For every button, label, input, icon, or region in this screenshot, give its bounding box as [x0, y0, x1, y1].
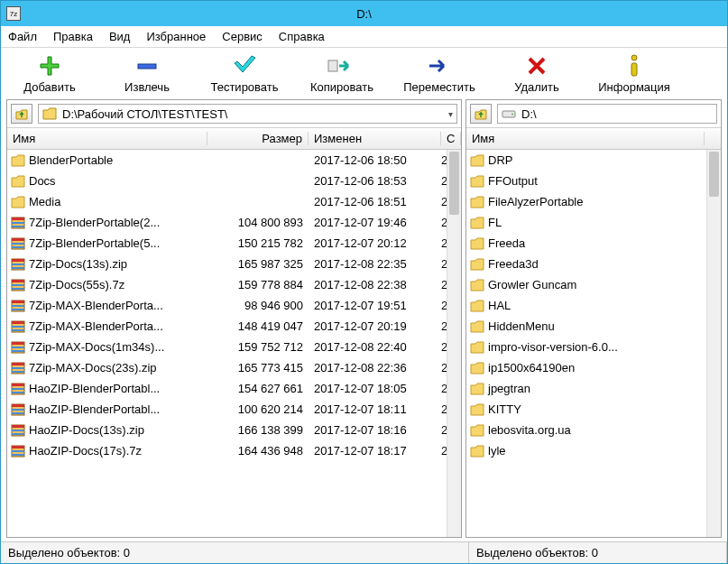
menu-tools[interactable]: Сервис: [222, 30, 263, 43]
table-row[interactable]: FileAlyzerPortable: [466, 191, 706, 212]
table-row[interactable]: 7Zip-MAX-BlenderPorta...148 419 0472017-…: [7, 316, 447, 337]
table-row[interactable]: lyle: [466, 440, 706, 461]
svg-rect-43: [12, 412, 24, 414]
file-modified: 2017-12-07 18:17: [309, 444, 441, 458]
menu-file[interactable]: Файл: [8, 30, 37, 43]
folder-icon: [470, 319, 484, 334]
toolbar: Добавить Извлечь Тестировать Копировать …: [1, 48, 727, 99]
table-row[interactable]: 7Zip-BlenderPortable(5...150 215 7822017…: [7, 233, 447, 254]
file-name: 7Zip-BlenderPortable(2...: [29, 216, 160, 229]
table-row[interactable]: HaoZIP-BlenderPortabl...154 627 6612017-…: [7, 378, 447, 399]
table-row[interactable]: KITTY: [466, 399, 706, 420]
copy-button[interactable]: Копировать: [293, 53, 391, 94]
svg-rect-13: [12, 259, 24, 262]
left-column-headers: Имя Размер Изменен С: [7, 128, 461, 150]
table-row[interactable]: Growler Guncam: [466, 274, 706, 295]
file-name: FFOutput: [488, 174, 538, 188]
menu-favorites[interactable]: Избранное: [146, 30, 206, 43]
file-modified: 2017-12-07 18:11: [309, 402, 441, 416]
svg-rect-6: [12, 222, 24, 224]
folder-icon: [470, 382, 484, 396]
menu-edit[interactable]: Правка: [53, 30, 93, 43]
svg-rect-27: [12, 329, 24, 331]
table-row[interactable]: FFOutput: [466, 171, 706, 191]
file-name: HAL: [488, 299, 511, 312]
col-size[interactable]: Размер: [207, 132, 309, 145]
file-name: jpegtran: [488, 382, 530, 395]
table-row[interactable]: 7Zip-MAX-Docs(1m34s)...159 752 7122017-1…: [7, 337, 447, 357]
table-row[interactable]: Media2017-12-06 18:512: [7, 191, 447, 212]
table-row[interactable]: HiddenMenu: [466, 316, 706, 337]
table-row[interactable]: HaoZIP-Docs(17s).7z164 436 9482017-12-07…: [7, 440, 447, 461]
menu-view[interactable]: Вид: [109, 30, 131, 43]
col-name[interactable]: Имя: [466, 132, 705, 145]
table-row[interactable]: ip1500x64190en: [466, 357, 706, 378]
svg-rect-46: [12, 430, 24, 431]
left-file-list: BlenderPortable2017-12-06 18:502Docs2017…: [7, 150, 461, 537]
left-up-button[interactable]: [11, 104, 32, 124]
archive-icon: [11, 236, 25, 251]
file-name: BlenderPortable: [29, 153, 113, 167]
table-row[interactable]: Freeda: [466, 233, 706, 254]
left-path-field[interactable]: D:\Рабочий СТОЛ\TEST\TEST\ ▾: [38, 104, 457, 124]
table-row[interactable]: Docs2017-12-06 18:532: [7, 171, 447, 191]
folder-icon: [470, 153, 484, 168]
table-row[interactable]: jpegtran: [466, 378, 706, 399]
file-name: 7Zip-Docs(55s).7z: [29, 278, 124, 291]
delete-button[interactable]: Удалить: [488, 53, 585, 94]
table-row[interactable]: 7Zip-MAX-Docs(23s).zip165 773 4152017-12…: [7, 357, 447, 378]
file-size: 166 138 399: [207, 423, 309, 437]
table-row[interactable]: FL: [466, 212, 706, 233]
right-scrollbar[interactable]: [706, 150, 721, 537]
file-size: 98 946 900: [207, 299, 309, 312]
left-pane: D:\Рабочий СТОЛ\TEST\TEST\ ▾ Имя Размер …: [6, 99, 462, 538]
table-row[interactable]: Freeda3d: [466, 254, 706, 274]
left-scrollbar[interactable]: [447, 150, 461, 537]
file-modified: 2017-12-08 22:36: [309, 361, 441, 374]
right-file-list: DRPFFOutputFileAlyzerPortableFLFreedaFre…: [466, 150, 721, 537]
file-name: KITTY: [488, 402, 521, 416]
file-name: DRP: [488, 153, 512, 167]
col-name[interactable]: Имя: [7, 132, 207, 145]
info-button[interactable]: Информация: [585, 53, 683, 94]
test-button[interactable]: Тестировать: [196, 53, 293, 94]
menu-help[interactable]: Справка: [279, 30, 325, 43]
scrollbar-thumb[interactable]: [449, 152, 459, 215]
archive-icon: [11, 361, 25, 375]
svg-point-53: [511, 114, 513, 116]
table-row[interactable]: 7Zip-BlenderPortable(2...104 800 8932017…: [7, 212, 447, 233]
table-row[interactable]: lebosvita.org.ua: [466, 420, 706, 440]
add-button[interactable]: Добавить: [1, 53, 98, 94]
right-path-field[interactable]: D:\: [497, 104, 717, 124]
scrollbar-thumb[interactable]: [709, 152, 719, 197]
table-row[interactable]: HAL: [466, 295, 706, 316]
file-name: Freeda: [488, 236, 525, 250]
table-row[interactable]: 7Zip-Docs(55s).7z159 778 8842017-12-08 2…: [7, 274, 447, 295]
table-row[interactable]: HaoZIP-Docs(13s).zip166 138 3992017-12-0…: [7, 420, 447, 440]
table-row[interactable]: 7Zip-Docs(13s).zip165 987 3252017-12-08 …: [7, 254, 447, 274]
chevron-down-icon[interactable]: ▾: [448, 109, 453, 119]
col-created-cut[interactable]: С: [441, 132, 461, 145]
table-row[interactable]: impro-visor-version-6.0...: [466, 337, 706, 357]
archive-icon: [11, 340, 25, 355]
svg-rect-29: [12, 342, 24, 345]
svg-rect-11: [12, 246, 24, 248]
file-name: Docs: [29, 174, 56, 188]
svg-rect-18: [12, 284, 24, 286]
folder-icon: [42, 106, 57, 121]
col-modified[interactable]: Изменен: [309, 132, 441, 145]
archive-icon: [11, 278, 25, 292]
table-row[interactable]: HaoZIP-BlenderPortabl...100 620 2142017-…: [7, 399, 447, 420]
right-up-button[interactable]: [470, 104, 492, 124]
right-pane: D:\ Имя DRPFFOutputFileAlyzerPortableFLF…: [465, 99, 722, 538]
file-name: Media: [29, 195, 60, 208]
table-row[interactable]: BlenderPortable2017-12-06 18:502: [7, 150, 447, 171]
right-pathbar: D:\: [466, 100, 721, 128]
table-row[interactable]: DRP: [466, 150, 706, 171]
table-row[interactable]: 7Zip-MAX-BlenderPorta...98 946 9002017-1…: [7, 295, 447, 316]
file-name: 7Zip-MAX-BlenderPorta...: [29, 319, 163, 333]
folder-up-icon: [14, 106, 29, 121]
extract-button[interactable]: Извлечь: [98, 53, 196, 94]
drive-icon: [502, 106, 516, 121]
move-button[interactable]: Переместить: [391, 53, 488, 94]
